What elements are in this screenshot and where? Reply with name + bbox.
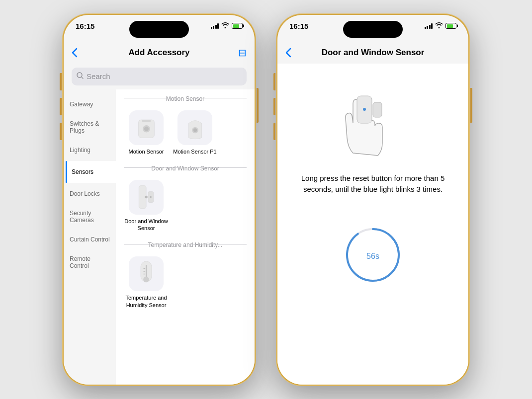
search-placeholder-1: Search (87, 72, 110, 80)
sidebar-item-security[interactable]: Security Cameras (64, 205, 116, 229)
list-item[interactable]: Door and Window Sensor (124, 180, 169, 232)
phone-2: 16:15 Door and Window Sensor (276, 13, 470, 386)
svg-point-0 (77, 73, 82, 78)
sidebar-item-gateway[interactable]: Gateway (64, 93, 116, 115)
door-sensor-icon-container (129, 180, 164, 215)
svg-point-20 (363, 108, 366, 111)
back-button-1[interactable] (72, 48, 78, 58)
timer-display: 56s (366, 247, 379, 262)
instruction-text: Long press the reset button for more tha… (289, 173, 456, 195)
list-item[interactable]: Temperature and Humidity Sensor (124, 256, 169, 309)
svg-rect-5 (142, 120, 150, 122)
search-bar-1[interactable]: Search (72, 68, 247, 85)
accessory-layout: Gateway Switches & Plugs Lighting Sensor… (64, 89, 255, 385)
motion-sensor-p1-label: Motion Sensor P1 (173, 148, 216, 155)
search-icon-1 (77, 72, 84, 80)
motion-sensor-label: Motion Sensor (129, 148, 164, 155)
wifi-icon-2 (435, 22, 443, 30)
page-title-1: Add Accessory (128, 48, 189, 58)
nav-header-2: Door and Window Sensor (277, 42, 468, 64)
door-sensor-label: Door and Window Sensor (124, 218, 169, 232)
wifi-icon-1 (221, 22, 229, 30)
sidebar-item-curtain[interactable]: Curtain Control (64, 229, 116, 250)
svg-point-17 (144, 277, 149, 282)
svg-rect-19 (373, 102, 382, 117)
motion-sensor-grid: Motion Sensor Motion (116, 106, 255, 159)
battery-icon-1 (232, 23, 243, 29)
svg-point-7 (193, 128, 196, 132)
temp-sensor-label: Temperature and Humidity Sensor (124, 294, 169, 309)
section-header-motion: Motion Sensor (116, 89, 255, 106)
svg-point-11 (150, 196, 152, 198)
temp-sensor-grid: Temperature and Humidity Sensor (116, 252, 255, 313)
svg-point-4 (144, 126, 148, 131)
door-sensor-grid: Door and Window Sensor (116, 176, 255, 236)
page-title-2: Door and Window Sensor (322, 48, 425, 58)
timer-container: 56s (343, 225, 403, 285)
back-button-2[interactable] (285, 48, 291, 58)
content-1: Gateway Switches & Plugs Lighting Sensor… (64, 89, 255, 385)
action-button-1[interactable]: ⊟ (238, 47, 247, 59)
temp-sensor-icon-container (129, 256, 164, 291)
device-illustration (323, 74, 423, 163)
dynamic-island-1 (129, 21, 189, 38)
phone-1: 16:15 Add Accessory ⊟ (62, 13, 256, 386)
main-grid: Motion Sensor (116, 89, 255, 385)
sidebar-item-door-locks[interactable]: Door Locks (64, 183, 116, 205)
nav-header-1: Add Accessory ⊟ (64, 42, 255, 64)
signal-icon-2 (425, 23, 433, 29)
sidebar: Gateway Switches & Plugs Lighting Sensor… (64, 89, 116, 385)
battery-icon-2 (445, 23, 456, 29)
status-icons-2 (425, 22, 457, 30)
sidebar-item-sensors[interactable]: Sensors (66, 161, 116, 183)
sidebar-item-remote[interactable]: Remote Control (64, 250, 116, 274)
status-icons-1 (211, 22, 243, 30)
list-item[interactable]: Motion Sensor (124, 110, 169, 155)
detail-content: Long press the reset button for more tha… (277, 64, 468, 385)
list-item[interactable]: Motion Sensor P1 (173, 110, 217, 155)
motion-sensor-p1-icon-container (177, 110, 212, 145)
signal-icon-1 (211, 23, 219, 29)
sidebar-item-lighting[interactable]: Lighting (64, 139, 116, 161)
dynamic-island-2 (343, 21, 403, 38)
motion-sensor-icon-container (129, 110, 164, 145)
svg-point-9 (145, 196, 148, 199)
status-time-2: 16:15 (289, 22, 308, 30)
sidebar-item-switches[interactable]: Switches & Plugs (64, 115, 116, 139)
section-header-temp: Temperature and Humidity... (116, 236, 255, 252)
section-header-door: Door and Window Sensor (116, 159, 255, 176)
status-time-1: 16:15 (76, 22, 94, 30)
